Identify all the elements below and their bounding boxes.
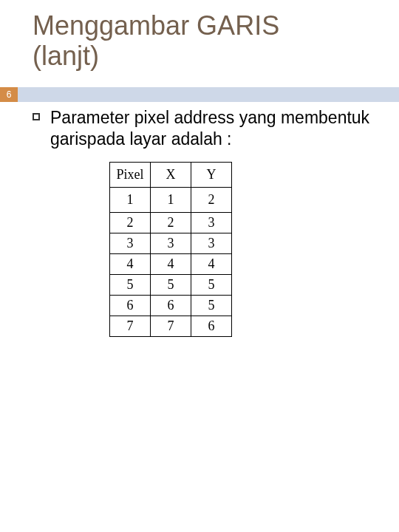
col-header-y: Y xyxy=(191,162,232,187)
table-row: 7 7 6 xyxy=(110,316,232,336)
bullet-item: Parameter pixel address yang membentuk g… xyxy=(33,107,381,150)
content-area: Parameter pixel address yang membentuk g… xyxy=(33,107,381,337)
table-row: 3 3 3 xyxy=(110,233,232,253)
cell-y: 2 xyxy=(191,187,232,212)
cell-y: 6 xyxy=(191,316,232,336)
table-header-row: Pixel X Y xyxy=(110,162,232,187)
table-row: 1 1 2 xyxy=(110,187,232,212)
col-header-x: X xyxy=(151,162,191,187)
table-row: 5 5 5 xyxy=(110,274,232,295)
cell-pixel: 4 xyxy=(110,253,151,274)
table-row: 4 4 4 xyxy=(110,253,232,274)
pixel-address-table: Pixel X Y 1 1 2 2 2 3 3 3 xyxy=(109,162,232,337)
cell-y: 3 xyxy=(191,212,232,233)
table-row: 6 6 5 xyxy=(110,295,232,316)
cell-y: 5 xyxy=(191,295,232,316)
pixel-table-wrap: Pixel X Y 1 1 2 2 2 3 3 3 xyxy=(109,162,381,337)
table-row: 2 2 3 xyxy=(110,212,232,233)
paragraph-text: Parameter pixel address yang membentuk g… xyxy=(50,107,381,150)
cell-x: 1 xyxy=(151,187,191,212)
slide-title: Menggambar GARIS (lanjt) xyxy=(0,0,399,72)
header-accent-bar xyxy=(0,87,399,102)
title-line-1: Menggambar GARIS xyxy=(33,10,279,41)
cell-pixel: 7 xyxy=(110,316,151,336)
cell-pixel: 2 xyxy=(110,212,151,233)
title-line-2: (lanjt) xyxy=(33,41,99,71)
cell-x: 3 xyxy=(151,233,191,253)
cell-pixel: 3 xyxy=(110,233,151,253)
page-number-badge: 6 xyxy=(0,87,18,102)
cell-pixel: 1 xyxy=(110,187,151,212)
cell-pixel: 5 xyxy=(110,274,151,295)
cell-x: 5 xyxy=(151,274,191,295)
cell-y: 5 xyxy=(191,274,232,295)
cell-pixel: 6 xyxy=(110,295,151,316)
cell-x: 4 xyxy=(151,253,191,274)
square-bullet-icon xyxy=(33,113,40,120)
cell-x: 6 xyxy=(151,295,191,316)
col-header-pixel: Pixel xyxy=(110,162,151,187)
cell-x: 2 xyxy=(151,212,191,233)
cell-y: 3 xyxy=(191,233,232,253)
cell-x: 7 xyxy=(151,316,191,336)
cell-y: 4 xyxy=(191,253,232,274)
